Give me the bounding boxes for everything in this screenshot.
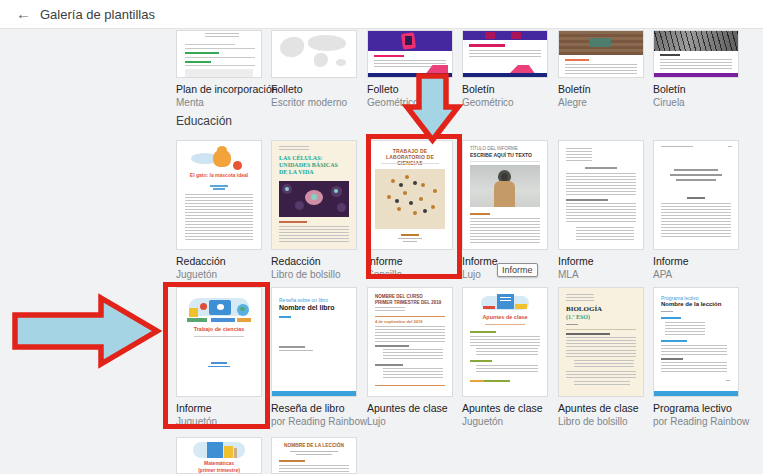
template-card-informe-mla[interactable]: Informe MLA: [558, 140, 644, 280]
template-style: Ciruela: [653, 97, 739, 108]
template-name: Redacción: [176, 255, 262, 267]
doc-date: 4 de septiembre del 2019: [375, 319, 422, 324]
doc-title: Nombre del libro: [279, 304, 335, 311]
body-text-lines: [470, 218, 540, 244]
page-title: Galería de plantillas: [40, 7, 155, 22]
back-arrow-icon[interactable]: ←: [16, 5, 31, 22]
body-text-lines: [566, 173, 636, 195]
template-thumbnail: NOMBRE DEL CURSO PRIMER TRIMESTRE DEL 20…: [367, 287, 453, 397]
template-style: Geométrico: [367, 97, 453, 108]
template-card-boletin-alegre[interactable]: Boletín Alegre: [558, 30, 644, 108]
highlight-box-informe-sencillo: [366, 134, 462, 279]
template-name: Boletín: [558, 83, 644, 95]
template-card-redaccion-jugueton[interactable]: El gato: la mascota ideal Redacción Jugu…: [176, 140, 262, 280]
template-thumbnail: El gato: la mascota ideal: [176, 140, 262, 250]
template-name: Programa lectivo: [653, 402, 739, 414]
template-style: Escritor moderno: [271, 97, 357, 108]
template-thumbnail: NOMBRE DE LA LECCIÓN: [271, 437, 357, 474]
template-card-informe-lujo[interactable]: TÍTULO DEL INFORME ESCRIBE AQUÍ TU TEXTO…: [462, 140, 548, 280]
template-thumbnail: [462, 30, 548, 78]
template-thumbnail: [653, 30, 739, 78]
template-style: Libro de bolsillo: [271, 269, 357, 280]
template-style: Geométrico: [462, 97, 548, 108]
template-card-informe-apa[interactable]: Informe APA: [653, 140, 739, 280]
template-thumbnail: LAS CÉLULAS: UNIDADES BÁSICAS DE LA VIDA: [271, 140, 357, 250]
doc-subtitle: PRIMER TRIMESTRE DEL 2019: [375, 300, 441, 305]
template-card-programa-lectivo[interactable]: Programa lectivo Nombre de la lección Pr…: [653, 287, 739, 427]
hooded-person-photo: [470, 165, 540, 207]
template-name: Folleto: [367, 83, 453, 95]
template-name: Apuntes de clase: [558, 402, 644, 414]
template-name: Reseña de libro: [271, 402, 357, 414]
template-style: Libro de bolsillo: [558, 416, 644, 427]
template-style: Juguetón: [462, 416, 548, 427]
template-card-resena-libro[interactable]: Reseña sobre un libro Nombre del libro R…: [271, 287, 357, 427]
doc-title: El gato: la mascota ideal: [181, 173, 257, 179]
template-style: Lujo: [367, 416, 453, 427]
template-card-folleto-escritor[interactable]: Folleto Escritor moderno: [271, 30, 357, 108]
template-style: Menta: [176, 97, 262, 108]
template-thumbnail: BIOLOGÍA (1.º ESO): [558, 287, 644, 397]
template-thumbnail: Programa lectivo Nombre de la lección: [653, 287, 739, 397]
highlight-box-informe-jugueton: [163, 282, 270, 429]
template-card-redaccion-libro[interactable]: LAS CÉLULAS: UNIDADES BÁSICAS DE LA VIDA…: [271, 140, 357, 280]
template-style: Alegre: [558, 97, 644, 108]
body-text-lines: [566, 337, 636, 347]
template-name: Informe: [653, 255, 739, 267]
template-card-folleto-geometrico[interactable]: Folleto Geométrico: [367, 30, 453, 108]
body-text-lines: [279, 226, 349, 244]
template-thumbnail: [176, 30, 262, 78]
template-thumbnail: [558, 140, 644, 250]
doc-title: NOMBRE DE LA LECCIÓN: [276, 443, 352, 449]
body-text-lines: [661, 203, 731, 237]
doc-subtitle: (1.º ESO): [566, 314, 590, 320]
template-thumbnail: [653, 140, 739, 250]
doc-kicker: TÍTULO DEL INFORME: [470, 146, 518, 151]
doc-title: ESCRIBE AQUÍ TU TEXTO: [470, 152, 532, 158]
template-card-nombre-leccion[interactable]: NOMBRE DE LA LECCIÓN: [271, 437, 357, 474]
doc-title: BIOLOGÍA: [566, 305, 602, 313]
template-style: MLA: [558, 269, 644, 280]
template-name: Plan de incorporación: [176, 83, 262, 95]
template-thumbnail: Reseña sobre un libro Nombre del libro: [271, 287, 357, 397]
template-style: por Reading Rainbow: [271, 416, 357, 427]
body-text-lines: [470, 336, 540, 346]
doc-title: Nombre de la lección: [661, 301, 721, 307]
template-card-apuntes-jugueton[interactable]: Apuntes de clase Apuntes de clase Juguet…: [462, 287, 548, 427]
body-text-lines: [185, 194, 253, 242]
template-thumbnail: [558, 30, 644, 78]
template-thumbnail: [367, 30, 453, 78]
doc-subtitle: (primer trimestre): [181, 468, 257, 474]
template-card-apuntes-libro[interactable]: BIOLOGÍA (1.º ESO) Apuntes de clase Libr…: [558, 287, 644, 427]
template-name: Boletín: [653, 83, 739, 95]
template-thumbnail: Matemáticas (primer trimestre): [176, 437, 262, 474]
doc-title: LAS CÉLULAS: UNIDADES BÁSICAS DE LA VIDA: [279, 155, 345, 176]
gallery-header: ← Galería de plantillas: [0, 0, 763, 29]
doc-title: Apuntes de clase: [468, 314, 542, 320]
template-thumbnail: [271, 30, 357, 78]
template-thumbnail: TÍTULO DEL INFORME ESCRIBE AQUÍ TU TEXTO: [462, 140, 548, 250]
template-name: Redacción: [271, 255, 357, 267]
template-card-apuntes-lujo[interactable]: NOMBRE DEL CURSO PRIMER TRIMESTRE DEL 20…: [367, 287, 453, 427]
doc-kicker: Reseña sobre un libro: [279, 297, 328, 303]
template-card-plan-incorporacion[interactable]: Plan de incorporación Menta: [176, 30, 262, 108]
body-text-lines: [279, 465, 349, 473]
template-name: Folleto: [271, 83, 357, 95]
template-name: Apuntes de clase: [367, 402, 453, 414]
cells-image: [279, 181, 349, 217]
template-thumbnail: Apuntes de clase: [462, 287, 548, 397]
doc-title: NOMBRE DEL CURSO: [375, 294, 423, 299]
section-title-educacion: Educación: [176, 114, 232, 128]
template-style: por Reading Rainbow: [653, 416, 739, 427]
template-name: Informe: [558, 255, 644, 267]
template-name: Boletín: [462, 83, 548, 95]
body-text-lines: [375, 326, 445, 342]
doc-title: Matemáticas: [181, 461, 257, 467]
template-style: Juguetón: [176, 269, 262, 280]
template-card-boletin-geometrico[interactable]: Boletín Geométrico: [462, 30, 548, 108]
template-card-boletin-ciruela[interactable]: Boletín Ciruela: [653, 30, 739, 108]
template-card-matematicas[interactable]: Matemáticas (primer trimestre): [176, 437, 262, 474]
right-arrow-annotation: [15, 298, 157, 364]
template-style: APA: [653, 269, 739, 280]
informe-tooltip: Informe: [497, 263, 538, 277]
